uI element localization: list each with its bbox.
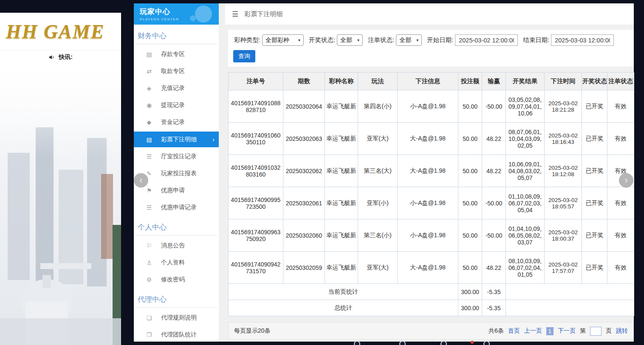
cell-winloss: 48.22 bbox=[482, 155, 506, 187]
col-header-bet-status: 注单状态 bbox=[607, 73, 634, 90]
sidebar-item-withdraw-zone[interactable]: ⇄ 取款专区 bbox=[134, 63, 219, 80]
jump-label-post: 页 bbox=[606, 327, 612, 335]
start-date-label: 开始日期: bbox=[427, 36, 453, 44]
table-row: 401569174091032803160 20250302062 幸运飞艇新 … bbox=[229, 155, 634, 187]
cell-draw-status: 已开奖 bbox=[582, 155, 607, 187]
sidebar-item-cashout-records[interactable]: ◉ 提现记录 bbox=[134, 97, 219, 114]
lottery-type-select[interactable]: 全部彩种 ▾ bbox=[262, 34, 304, 46]
sidebar-item-agent-rules[interactable]: ❏ 代理规则说明 bbox=[134, 309, 219, 326]
sidebar-item-label: 充值记录 bbox=[161, 84, 185, 92]
sidebar-item-personal-profile[interactable]: ♙ 个人资料 bbox=[134, 254, 219, 271]
sidebar-item-agent-team-stats[interactable]: ❐ 代理团队统计 bbox=[134, 326, 219, 342]
carousel-left-arrow[interactable]: ‹ bbox=[134, 173, 148, 188]
sidebar-item-promo-apply-records[interactable]: ☰ 优惠申请记录 bbox=[134, 199, 219, 216]
cell-result: 03,05,02,08,09,07,04,01,10,06 bbox=[506, 90, 545, 123]
cell-bet-status: 有效 bbox=[607, 123, 634, 155]
sidebar-item-label: 取款专区 bbox=[161, 67, 185, 75]
jump-button[interactable]: 跳转 bbox=[616, 327, 628, 335]
draw-status-select[interactable]: 全部 ▾ bbox=[337, 34, 363, 46]
lottery-type-label: 彩种类型: bbox=[234, 36, 260, 44]
password-icon: ⚙ bbox=[146, 276, 153, 283]
cell-amount: 50.00 bbox=[458, 219, 482, 252]
bet-table: 注单号 期数 彩种名称 玩法 下注信息 投注额 输赢 开奖结果 下注时间 开奖状… bbox=[228, 72, 634, 316]
caret-icon: ▾ bbox=[357, 38, 359, 42]
draw-status-value: 全部 bbox=[340, 36, 352, 44]
cell-draw-status: 已开奖 bbox=[582, 252, 607, 284]
carousel-right-arrow[interactable]: › bbox=[619, 173, 633, 188]
cell-time: 2025-03-02 17:57:07 bbox=[545, 252, 582, 284]
table-row: 401569174090995723500 20250302061 幸运飞艇新 … bbox=[229, 187, 634, 219]
sidebar-item-hall-bet-records[interactable]: ☰ 厅室投注记录 bbox=[134, 148, 219, 165]
sidebar-item-label: 消息公告 bbox=[161, 242, 185, 250]
sidebar-item-deposit-zone[interactable]: ▤ 存款专区 bbox=[134, 46, 219, 63]
promo-records-icon: ☰ bbox=[146, 204, 153, 211]
cell-winloss: -50.00 bbox=[482, 187, 506, 219]
cell-play: 第三名(大) bbox=[358, 155, 398, 187]
next-page-link[interactable]: 下一页 bbox=[558, 327, 576, 335]
filter-panel: 彩种类型: 全部彩种 ▾ 开奖状态: 全部 ▾ 注单状态: 全部 ▾ 开始日期:… bbox=[228, 30, 634, 67]
cell-lottery: 幸运飞艇新 bbox=[325, 187, 358, 219]
cell-result: 08,10,03,09,06,07,02,04,01,05 bbox=[506, 252, 545, 284]
cell-bet-status: 有效 bbox=[607, 90, 634, 123]
cell-result: 10,06,09,01,04,08,03,02,05,07 bbox=[506, 155, 545, 187]
cell-info: 小-A盘@1.98 bbox=[398, 187, 458, 219]
sidebar-item-funds-records[interactable]: ◆ 资金记录 bbox=[134, 114, 219, 131]
notice-icon: ⚐ bbox=[146, 242, 153, 249]
cell-time: 2025-03-02 18:12:08 bbox=[545, 155, 582, 187]
footer-icon-3 bbox=[441, 341, 447, 345]
prev-page-link[interactable]: 上一页 bbox=[524, 327, 542, 335]
cell-period: 20250302061 bbox=[283, 187, 325, 219]
sidebar-item-label: 个人资料 bbox=[161, 259, 185, 266]
cell-lottery: 幸运飞艇新 bbox=[325, 219, 358, 252]
sidebar-item-label: 代理团队统计 bbox=[161, 331, 197, 339]
sidebar-item-label: 资金记录 bbox=[161, 118, 185, 126]
col-header-bet-info: 下注信息 bbox=[398, 73, 458, 90]
col-header-draw-result: 开奖结果 bbox=[506, 73, 545, 90]
current-page[interactable]: 1 bbox=[546, 327, 554, 335]
sidebar-item-message-notice[interactable]: ⚐ 消息公告 bbox=[134, 237, 219, 254]
col-header-bet-amount: 投注额 bbox=[458, 73, 482, 90]
cell-bet-status: 有效 bbox=[607, 219, 634, 252]
start-date-input[interactable] bbox=[455, 34, 518, 46]
sidebar-item-change-password[interactable]: ⚙ 修改密码 bbox=[134, 271, 219, 288]
table-header-row: 注单号 期数 彩种名称 玩法 下注信息 投注额 输赢 开奖结果 下注时间 开奖状… bbox=[229, 73, 634, 90]
menu-icon[interactable]: ☰ bbox=[232, 10, 238, 19]
decor-circle-large bbox=[195, 6, 212, 22]
section-agent-center: 代理中心 bbox=[136, 288, 217, 308]
cell-winloss: -50.00 bbox=[482, 219, 506, 252]
page-jump-input[interactable] bbox=[590, 327, 602, 336]
cell-bet-no: 401569174091060350110 bbox=[229, 123, 283, 155]
sidebar-item-label: 代理规则说明 bbox=[161, 314, 197, 322]
caret-icon: ▾ bbox=[298, 38, 300, 42]
query-button[interactable]: 查询 bbox=[233, 50, 255, 62]
total-count-label: 共6条 bbox=[489, 327, 504, 335]
end-date-input[interactable] bbox=[551, 34, 614, 46]
cell-time: 2025-03-02 18:16:43 bbox=[545, 123, 582, 155]
cell-lottery: 幸运飞艇新 bbox=[325, 155, 358, 187]
cell-period: 20250302059 bbox=[283, 252, 325, 284]
deposit-icon: ▤ bbox=[146, 51, 153, 58]
sidebar-item-label: 玩家投注报表 bbox=[161, 170, 197, 177]
first-page-link[interactable]: 首页 bbox=[508, 327, 520, 335]
cell-play: 亚军(小) bbox=[358, 187, 398, 219]
sidebar-item-lottery-bet-details[interactable]: ▤ 彩票下注明细 › bbox=[134, 132, 219, 147]
sidebar-item-recharge-records[interactable]: ◈ 充值记录 bbox=[134, 80, 219, 97]
cashout-icon: ◉ bbox=[146, 102, 153, 109]
cell-draw-status: 已开奖 bbox=[582, 219, 607, 252]
section-personal-center: 个人中心 bbox=[136, 216, 217, 236]
total-summary-label: 总统计 bbox=[229, 300, 458, 316]
page-summary-row: 当前页统计 300.00 -5.35 bbox=[229, 284, 634, 300]
cell-play: 第三名(小) bbox=[358, 219, 398, 252]
cell-result: 01,04,10,09,06,05,08,02,03,07 bbox=[506, 219, 545, 252]
cell-winloss: -50.00 bbox=[482, 90, 506, 123]
site-logo: HH GAME bbox=[0, 13, 121, 50]
app: { "logo": { "text": "HH GAME" }, "news":… bbox=[0, 0, 644, 345]
cell-draw-status: 已开奖 bbox=[582, 187, 607, 219]
cell-result: 08,07,06,01,10,04,03,09,02,05 bbox=[506, 123, 545, 155]
section-finance-center: 财务中心 bbox=[136, 25, 217, 44]
cell-info: 大-A盘@1.98 bbox=[398, 155, 458, 187]
news-ticker-bar: 快讯: bbox=[0, 50, 121, 64]
cell-time: 2025-03-02 18:00:37 bbox=[545, 219, 582, 252]
bet-status-select[interactable]: 全部 ▾ bbox=[396, 34, 422, 46]
decor-circle-small bbox=[190, 15, 196, 21]
